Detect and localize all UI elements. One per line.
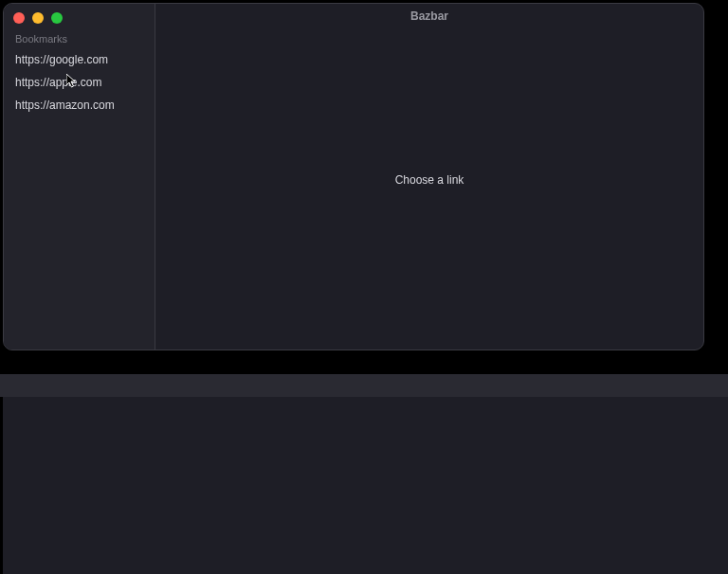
window-title: Bazbar [410, 9, 448, 23]
traffic-lights [4, 4, 155, 29]
content-area: Choose a link [155, 28, 703, 350]
lower-panel [3, 397, 728, 574]
bookmark-item[interactable]: https://google.com [4, 48, 155, 71]
sidebar-section-header: Bookmarks [4, 29, 155, 48]
bookmark-list: https://google.com https://apple.com htt… [4, 48, 155, 117]
placeholder-text: Choose a link [395, 173, 464, 187]
bookmark-item[interactable]: https://apple.com [4, 71, 155, 94]
app-window: Bookmarks https://google.com https://app… [3, 3, 704, 350]
titlebar[interactable]: Bazbar [155, 4, 703, 28]
close-icon[interactable] [13, 12, 25, 24]
main-area: Bazbar Choose a link [155, 4, 703, 350]
bookmark-item[interactable]: https://amazon.com [4, 94, 155, 117]
separator-bar [0, 374, 728, 397]
sidebar: Bookmarks https://google.com https://app… [4, 4, 155, 350]
zoom-icon[interactable] [51, 12, 63, 24]
minimize-icon[interactable] [32, 12, 44, 24]
